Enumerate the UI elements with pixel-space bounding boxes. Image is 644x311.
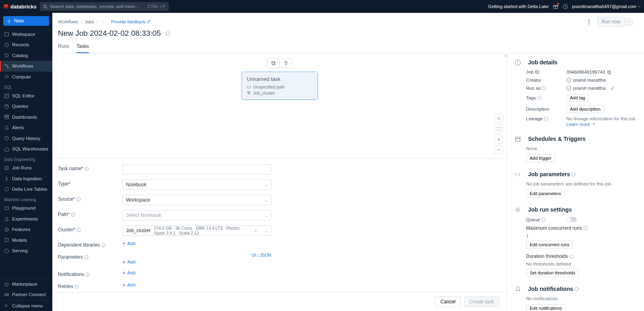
- sidebar-item-catalog[interactable]: Catalog: [0, 50, 52, 61]
- delete-task-icon[interactable]: [280, 59, 292, 68]
- edit-notifications-button[interactable]: Edit notifications: [526, 304, 566, 311]
- path-select[interactable]: Select Notebook⌄: [122, 210, 271, 220]
- canvas-fit-icon[interactable]: [494, 124, 503, 133]
- sidebar-item-recents[interactable]: Recents: [0, 39, 52, 50]
- sidebar-item-sql-editor[interactable]: SQL Editor: [0, 91, 52, 101]
- help-icon[interactable]: ?: [562, 4, 568, 9]
- copy-icon[interactable]: [607, 70, 611, 74]
- sidebar-item-workflows[interactable]: Workflows: [0, 61, 52, 71]
- sidebar-item-queries[interactable]: Queries: [0, 101, 52, 111]
- sidebar-item-alerts[interactable]: Alerts: [0, 122, 52, 133]
- brand-logo[interactable]: databricks: [3, 4, 37, 10]
- info-icon[interactable]: i: [74, 284, 79, 289]
- sidebar-item-partner-connect[interactable]: Partner Connect: [0, 289, 52, 300]
- canvas-search-icon[interactable]: [494, 114, 503, 123]
- sidebar-item-query-history[interactable]: Query History: [0, 133, 52, 144]
- sidebar-item-playground[interactable]: Playground: [0, 203, 52, 213]
- svg-point-60: [572, 172, 575, 176]
- crumb-workflows[interactable]: Workflows: [58, 19, 78, 24]
- info-icon[interactable]: i: [85, 167, 89, 171]
- sidebar-item-marketplace[interactable]: Marketplace: [0, 279, 52, 289]
- sidebar-collapse[interactable]: Collapse menu: [0, 300, 52, 311]
- sidebar-item-sql-warehouses[interactable]: SQL Warehouses: [0, 144, 52, 154]
- provide-feedback-link[interactable]: Provide feedback: [111, 19, 151, 24]
- crumb-jobs[interactable]: Jobs: [85, 19, 94, 24]
- queue-toggle[interactable]: [566, 217, 577, 222]
- sidebar-item-dashboards[interactable]: Dashboards: [0, 112, 52, 122]
- add-trigger-button[interactable]: Add trigger: [526, 154, 555, 162]
- sidebar-item-data-ingestion[interactable]: Data Ingestion: [0, 173, 52, 184]
- svg-text:i: i: [518, 60, 518, 64]
- add-description-button[interactable]: Add description: [566, 105, 604, 113]
- sidebar-item-serving[interactable]: Serving: [0, 245, 52, 256]
- getting-started-link[interactable]: Getting started with Delta Lake: [488, 4, 549, 9]
- task-name-input[interactable]: [122, 164, 271, 175]
- info-icon[interactable]: [571, 172, 576, 177]
- kebab-menu[interactable]: [584, 17, 594, 27]
- set-duration-thresholds-button[interactable]: Set duration thresholds: [526, 269, 579, 277]
- gear-icon: [515, 207, 521, 213]
- info-icon[interactable]: i: [101, 243, 105, 247]
- info-icon[interactable]: [537, 96, 541, 100]
- create-task-button[interactable]: Create task: [464, 297, 499, 307]
- info-icon[interactable]: [544, 117, 548, 121]
- add-tag-button[interactable]: Add tag: [566, 94, 589, 102]
- sidebar-item-compute[interactable]: Compute: [0, 72, 52, 82]
- svg-rect-28: [272, 62, 275, 65]
- favorite-star-icon[interactable]: [165, 31, 171, 36]
- canvas-zoom-out[interactable]: −: [494, 145, 503, 154]
- page-title: New Job 2024-02-02 08:33:05: [58, 29, 161, 38]
- learn-more-link[interactable]: Learn more: [566, 122, 595, 127]
- task-card[interactable]: Unnamed task Unspecified path Job_cluste…: [242, 72, 318, 100]
- add-parameter-link[interactable]: +Add: [122, 259, 136, 265]
- info-icon[interactable]: [542, 86, 546, 91]
- edit-icon[interactable]: [610, 86, 615, 91]
- svg-rect-54: [608, 70, 610, 73]
- cancel-button[interactable]: Cancel: [435, 297, 460, 307]
- canvas-zoom-in[interactable]: +: [494, 135, 503, 144]
- param-mode-json[interactable]: JSON: [260, 253, 271, 257]
- sidebar-item-features[interactable]: Features: [0, 224, 52, 235]
- user-menu[interactable]: pramitmarattha5497@gmail.com: [572, 4, 641, 9]
- sidebar-item-job-runs[interactable]: Job Runs: [0, 163, 52, 173]
- add-notification-link[interactable]: +Add: [122, 270, 136, 276]
- chevron-right-icon: ›: [96, 19, 98, 24]
- info-icon[interactable]: i: [71, 212, 75, 217]
- info-icon[interactable]: [569, 254, 574, 259]
- job-id-value: 394608649196743: [566, 70, 605, 74]
- external-link-icon: [591, 123, 595, 126]
- info-icon[interactable]: i: [76, 228, 81, 232]
- form-footer: Cancel Create task: [52, 292, 507, 311]
- edit-icon[interactable]: [254, 229, 257, 233]
- sidebar-item-models[interactable]: Models: [0, 235, 52, 245]
- edit-concurrent-runs-button[interactable]: Edit concurrent runs: [526, 241, 573, 249]
- source-select[interactable]: Workspace⌄: [122, 195, 271, 205]
- svg-point-55: [542, 86, 546, 90]
- param-mode-ui[interactable]: UI: [252, 253, 256, 257]
- collapse-right-panel[interactable]: ›: [505, 54, 506, 58]
- info-icon[interactable]: i: [84, 255, 89, 260]
- add-retry-link[interactable]: +Add: [122, 282, 136, 288]
- copy-task-icon[interactable]: [268, 59, 280, 68]
- breadcrumb: Workflows › Jobs › | Provide feedback Ru…: [52, 13, 644, 28]
- tab-runs[interactable]: Runs: [58, 41, 69, 53]
- info-icon[interactable]: i: [85, 272, 90, 277]
- new-button[interactable]: New: [3, 16, 49, 26]
- task-canvas[interactable]: Unnamed task Unspecified path Job_cluste…: [52, 54, 507, 158]
- sidebar-item-workspace[interactable]: Workspace: [0, 29, 52, 39]
- info-icon[interactable]: [574, 287, 579, 291]
- run-now-button[interactable]: Run now: [597, 17, 625, 27]
- run-now-dropdown[interactable]: [625, 18, 633, 25]
- gift-icon[interactable]: [553, 4, 558, 9]
- info-icon[interactable]: i: [76, 197, 81, 202]
- info-icon[interactable]: [541, 217, 546, 222]
- cluster-select[interactable]: Job_cluster 274.5 GB · 36 Cores · DBR 13…: [122, 225, 271, 236]
- add-library-link[interactable]: +Add: [122, 241, 136, 246]
- info-icon[interactable]: [583, 226, 588, 231]
- global-search[interactable]: Search data, notebooks, recents, and mor…: [40, 2, 169, 11]
- tab-tasks[interactable]: Tasks: [76, 41, 89, 53]
- type-select[interactable]: Notebook⌄: [122, 179, 271, 190]
- edit-parameters-button[interactable]: Edit parameters: [526, 189, 565, 198]
- sidebar-item-experiments[interactable]: Experiments: [0, 214, 52, 224]
- sidebar-item-dlt[interactable]: Delta Live Tables: [0, 184, 52, 194]
